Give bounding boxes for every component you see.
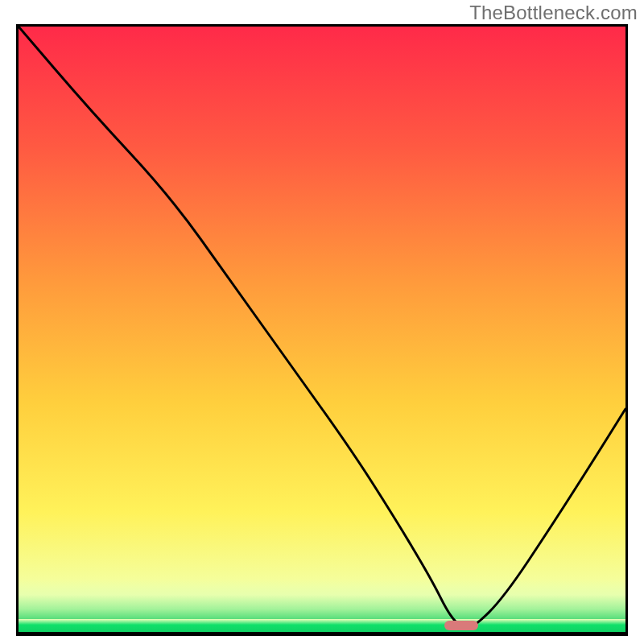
watermark-text: TheBottleneck.com [469, 2, 638, 24]
optimum-marker [444, 621, 478, 630]
chart-frame: TheBottleneck.com [0, 0, 644, 644]
x-axis-line [19, 632, 625, 634]
plot-area [16, 24, 628, 636]
bottleneck-curve [19, 27, 625, 634]
